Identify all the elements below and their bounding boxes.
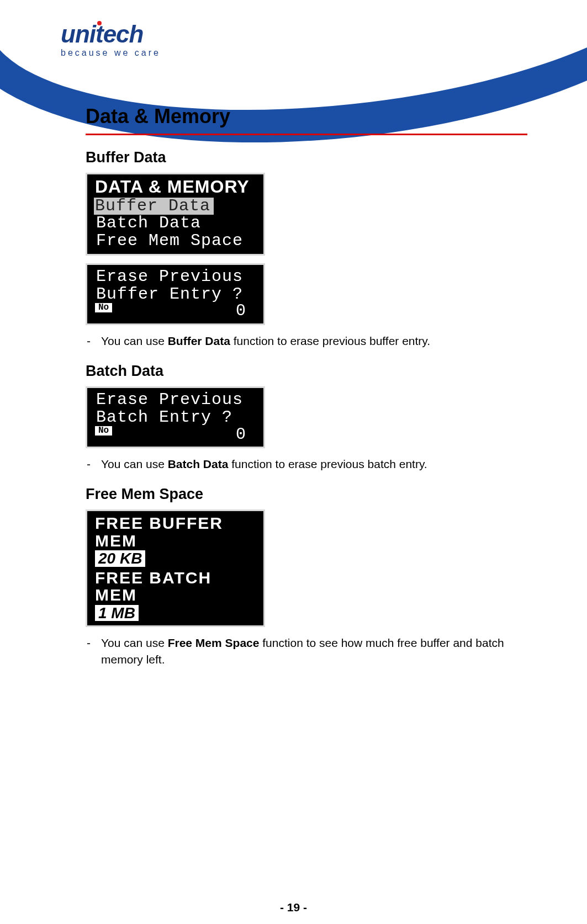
desc-bold: Buffer Data (168, 334, 230, 347)
heading-buffer-data: Buffer Data (86, 149, 527, 166)
manual-page: unitech because we care Data & Memory Bu… (0, 0, 587, 924)
lcd-prompt-line: Batch Entry ? (95, 409, 258, 427)
lcd-menu-item: Free Mem Space (95, 232, 258, 250)
desc-text: You can use (101, 334, 168, 347)
lcd-freemem-label: FREE BATCH MEM (95, 569, 258, 604)
desc-bold: Batch Data (168, 458, 229, 470)
brand-dot-icon (97, 21, 102, 25)
brand-logo: unitech because we care (61, 22, 161, 57)
lcd-prompt-line: Buffer Entry ? (95, 286, 258, 304)
lcd-prompt-choice: No (95, 426, 112, 436)
lcd-prompt-line: Erase Previous (95, 268, 258, 286)
desc-text: You can use (101, 458, 168, 470)
lcd-freemem-value: 1 MB (95, 605, 139, 621)
heading-free-mem: Free Mem Space (86, 486, 527, 503)
brand-name: unitech (61, 22, 143, 46)
page-number: - 19 - (0, 901, 587, 914)
lcd-batch-prompt: Erase Previous Batch Entry ? No 0 (86, 386, 265, 448)
batch-description: You can use Batch Data function to erase… (101, 456, 527, 472)
buffer-description: You can use Buffer Data function to eras… (101, 333, 527, 349)
lcd-prompt-line: Erase Previous (95, 391, 258, 409)
lcd-free-mem: FREE BUFFER MEM 20 KB FREE BATCH MEM 1 M… (86, 509, 265, 627)
desc-text: function to erase previous buffer entry. (230, 334, 430, 347)
page-content: Data & Memory Buffer Data DATA & MEMORY … (86, 105, 527, 671)
page-title: Data & Memory (86, 105, 527, 128)
freemem-description: You can use Free Mem Space function to s… (101, 635, 527, 667)
heading-batch-data: Batch Data (86, 363, 527, 380)
lcd-menu-item: Batch Data (95, 215, 258, 232)
lcd-buffer-prompt: Erase Previous Buffer Entry ? No 0 (86, 263, 265, 325)
lcd-prompt-counter: 0 (236, 426, 246, 444)
lcd-menu-item-selected: Buffer Data (94, 198, 214, 215)
lcd-menu-title: DATA & MEMORY (95, 178, 258, 197)
lcd-buffer-menu: DATA & MEMORY Buffer Data Batch Data Fre… (86, 173, 265, 256)
lcd-prompt-counter: 0 (236, 302, 246, 320)
lcd-freemem-label: FREE BUFFER MEM (95, 514, 258, 549)
title-rule (86, 134, 527, 135)
lcd-prompt-choice: No (95, 303, 112, 312)
desc-text: You can use (101, 636, 168, 649)
brand-tagline: because we care (61, 49, 161, 57)
brand-name-text: unitech (61, 20, 143, 47)
desc-text: function to erase previous batch entry. (228, 458, 427, 470)
lcd-freemem-value: 20 KB (95, 550, 145, 566)
desc-bold: Free Mem Space (168, 636, 260, 649)
